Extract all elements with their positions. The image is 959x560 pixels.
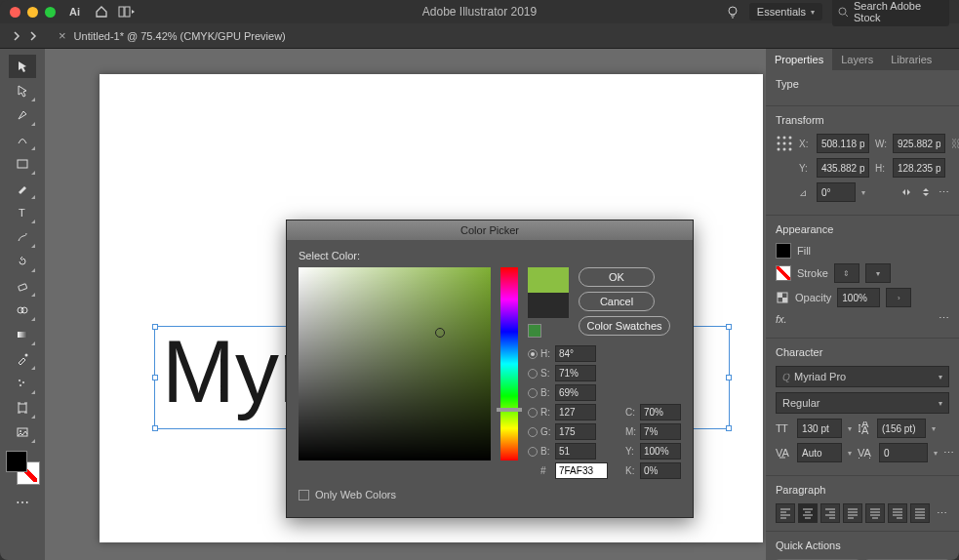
align-left-button[interactable] (776, 503, 795, 523)
c-input[interactable] (640, 404, 681, 420)
more-options-icon[interactable]: ⋯ (943, 447, 954, 460)
saturation-value-field[interactable] (299, 267, 491, 460)
ref-point-icon[interactable] (776, 135, 793, 152)
chevron-down-icon[interactable]: ▾ (861, 188, 865, 197)
close-tab-icon[interactable]: × (59, 28, 66, 43)
align-center-button[interactable] (798, 503, 818, 523)
minimize-window-button[interactable] (27, 7, 38, 18)
dialog-title[interactable]: Color Picker (287, 220, 693, 240)
bl-radio[interactable] (528, 447, 538, 457)
m-input[interactable] (640, 423, 681, 440)
curvature-tool[interactable] (9, 128, 36, 151)
w-input[interactable] (893, 134, 945, 153)
close-window-button[interactable] (10, 7, 20, 18)
ok-button[interactable]: OK (579, 267, 655, 287)
rotate-tool[interactable] (9, 250, 36, 273)
b-input[interactable] (555, 384, 596, 401)
b-radio[interactable] (528, 388, 538, 398)
shaper-tool[interactable] (9, 225, 36, 249)
resize-handle[interactable] (152, 425, 158, 431)
flip-v-icon[interactable] (919, 185, 933, 199)
stroke-weight-stepper[interactable]: ⇕ (834, 263, 859, 283)
font-size-input[interactable] (797, 419, 842, 438)
pen-tool[interactable] (9, 103, 36, 127)
rectangle-tool[interactable] (9, 152, 36, 176)
y-cmyk-input[interactable] (640, 443, 681, 460)
flip-h-icon[interactable] (899, 185, 913, 199)
chevron-down-icon[interactable]: ▾ (848, 449, 852, 458)
fx-label[interactable]: fx. (776, 313, 787, 325)
resize-handle[interactable] (726, 425, 732, 431)
direct-selection-tool[interactable] (9, 79, 36, 102)
x-input[interactable] (817, 134, 869, 153)
leading-input[interactable] (877, 419, 926, 438)
edit-toolbar-button[interactable]: ⋯ (9, 491, 36, 514)
gradient-tool[interactable] (9, 323, 36, 346)
fill-stroke-control[interactable] (6, 451, 39, 484)
web-safe-swatch[interactable] (528, 324, 541, 338)
selection-tool[interactable] (9, 55, 36, 78)
fill-swatch[interactable] (6, 451, 27, 472)
stroke-weight-dropdown[interactable]: ▾ (865, 263, 891, 283)
place-tool[interactable] (9, 420, 36, 444)
r-radio[interactable] (528, 408, 538, 418)
r-input[interactable] (555, 404, 596, 420)
fill-swatch[interactable] (776, 243, 791, 259)
justify-left-button[interactable] (843, 503, 862, 523)
resize-handle[interactable] (152, 324, 158, 330)
align-right-button[interactable] (820, 503, 840, 523)
bl-input[interactable] (555, 443, 596, 460)
document-tab[interactable]: × Untitled-1* @ 75.42% (CMYK/GPU Preview… (49, 23, 296, 48)
h-input[interactable] (893, 158, 945, 178)
tab-properties[interactable]: Properties (766, 49, 832, 70)
type-tool[interactable]: T (9, 201, 36, 224)
symbol-sprayer-tool[interactable] (9, 372, 36, 395)
tab-layers[interactable]: Layers (832, 49, 882, 70)
resize-handle[interactable] (726, 324, 732, 330)
k-input[interactable] (640, 462, 681, 479)
h-input[interactable] (555, 345, 596, 362)
stroke-swatch[interactable] (776, 265, 791, 281)
opacity-input[interactable] (837, 288, 880, 307)
sv-indicator[interactable] (435, 328, 445, 338)
color-swatches-button[interactable]: Color Swatches (579, 316, 670, 336)
workspace-switcher[interactable]: Essentials ▾ (749, 3, 822, 20)
eyedropper-tool[interactable] (9, 347, 36, 371)
opacity-dropdown[interactable]: › (886, 288, 911, 307)
more-options-icon[interactable]: ⋯ (937, 507, 947, 520)
rotate-input[interactable] (817, 182, 856, 202)
chevron-down-icon[interactable]: ▾ (934, 449, 938, 458)
home-icon[interactable] (95, 5, 108, 19)
arrange-documents-icon[interactable] (118, 5, 136, 19)
resize-handle[interactable] (726, 375, 732, 380)
g-radio[interactable] (528, 427, 538, 437)
maximize-window-button[interactable] (45, 7, 56, 18)
justify-center-button[interactable] (865, 503, 885, 523)
tracking-input[interactable] (879, 443, 928, 462)
justify-all-button[interactable] (910, 503, 930, 523)
tab-libraries[interactable]: Libraries (882, 49, 940, 70)
h-radio[interactable] (528, 349, 538, 359)
bulb-icon[interactable] (726, 5, 739, 19)
web-colors-checkbox[interactable] (299, 490, 309, 500)
more-options-icon[interactable]: ⋯ (939, 312, 949, 325)
search-stock-input[interactable]: Search Adobe Stock (832, 0, 949, 26)
hex-input[interactable] (555, 462, 608, 479)
link-wh-icon[interactable]: ⛓ (951, 138, 959, 149)
g-input[interactable] (555, 423, 596, 440)
s-radio[interactable] (528, 369, 538, 379)
y-input[interactable] (817, 158, 869, 178)
eraser-tool[interactable] (9, 274, 36, 298)
s-input[interactable] (555, 365, 596, 381)
kerning-input[interactable] (797, 443, 842, 462)
resize-handle[interactable] (152, 375, 158, 380)
paintbrush-tool[interactable] (9, 177, 36, 200)
shape-builder-tool[interactable] (9, 299, 36, 322)
panel-toggle-strip[interactable] (0, 30, 49, 42)
justify-right-button[interactable] (888, 503, 907, 523)
hue-slider[interactable] (500, 267, 518, 460)
font-family-select[interactable]: 𝘘 Myriad Pro ▾ (776, 366, 949, 387)
hue-indicator[interactable] (497, 408, 522, 412)
chevron-down-icon[interactable]: ▾ (932, 424, 936, 433)
more-options-icon[interactable]: ⋯ (939, 186, 949, 199)
